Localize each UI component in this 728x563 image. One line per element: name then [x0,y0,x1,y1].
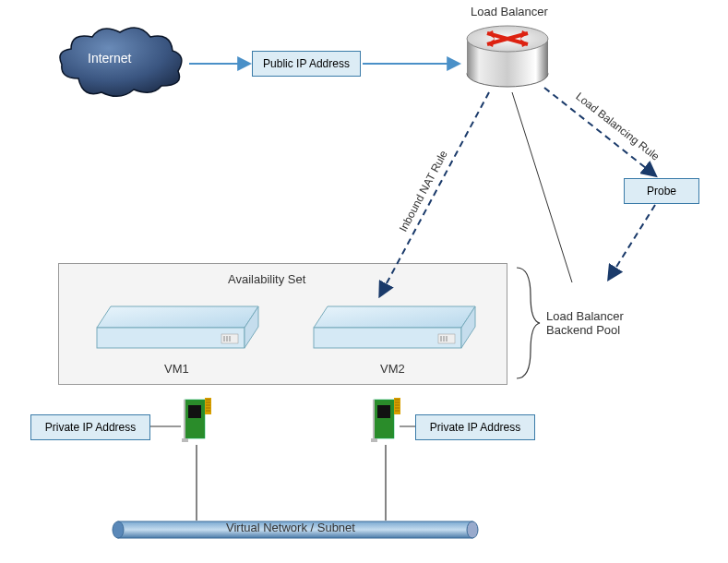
inbound-nat-label: Inbound NAT Rule [397,149,450,234]
svg-marker-9 [97,306,258,328]
svg-line-50 [609,205,655,279]
nic-right-icon [369,392,406,448]
svg-rect-41 [373,400,375,440]
private-ip-left-box: Private IP Address [30,414,150,440]
svg-rect-24 [205,398,211,414]
load-balancer-icon [461,20,554,94]
vnet-label: Virtual Network / Subnet [226,521,355,534]
vm2-icon [295,295,480,360]
svg-rect-42 [371,438,377,442]
svg-rect-30 [188,405,201,418]
backend-pool-label: Load Balancer Backend Pool [546,309,624,337]
vm1-label: VM1 [164,362,189,376]
svg-marker-16 [314,306,475,328]
svg-point-45 [467,521,478,538]
svg-line-49 [544,88,655,175]
public-ip-text: Public IP Address [263,57,350,70]
svg-point-44 [113,521,124,538]
vm1-icon [78,295,263,360]
nic-left-icon [180,392,217,448]
probe-box: Probe [624,178,699,204]
availability-set-label: Availability Set [228,272,305,286]
svg-rect-34 [394,398,400,414]
internet-label: Internet [88,51,131,66]
private-ip-left-text: Private IP Address [45,421,137,434]
svg-line-51 [512,92,572,282]
svg-rect-32 [182,438,188,442]
lb-rule-label: Load Balancing Rule [573,90,662,162]
vm2-label: VM2 [380,362,405,376]
svg-rect-40 [377,405,390,418]
probe-text: Probe [647,185,676,198]
public-ip-box: Public IP Address [252,51,361,77]
private-ip-right-text: Private IP Address [430,421,521,434]
load-balancer-label: Load Balancer [471,5,548,18]
svg-rect-31 [184,400,185,440]
private-ip-right-box: Private IP Address [415,414,535,440]
